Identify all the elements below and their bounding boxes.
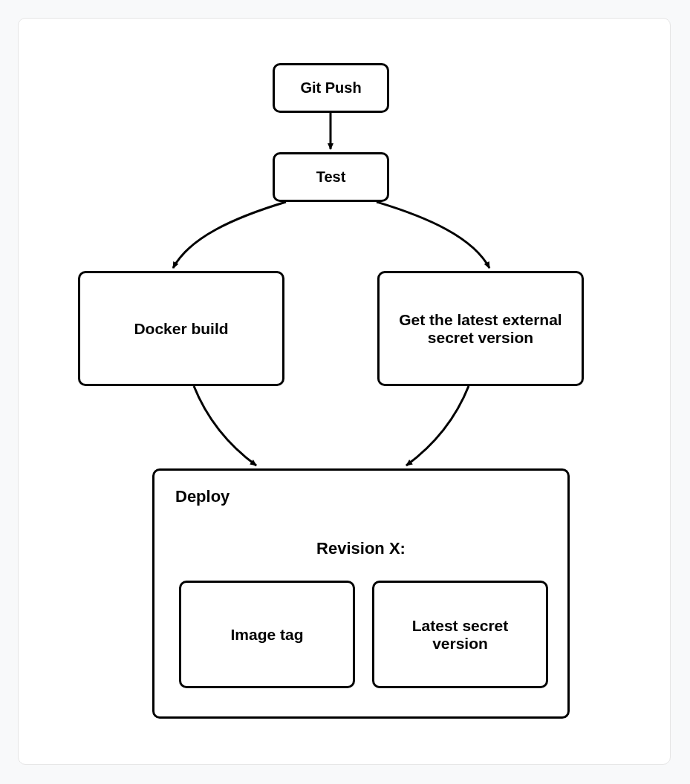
- node-test-label: Test: [316, 169, 346, 186]
- node-latest-secret-label: Latest secret version: [392, 617, 528, 653]
- node-docker-build: Docker build: [78, 271, 284, 386]
- node-deploy: Deploy Revision X: Image tag Latest secr…: [152, 468, 570, 719]
- arrow-dockerbuild-deploy: [194, 386, 256, 466]
- node-git-push-label: Git Push: [300, 79, 361, 97]
- node-image-tag: Image tag: [179, 581, 355, 688]
- node-get-secret-label: Get the latest external secret version: [393, 311, 568, 347]
- arrow-test-getsecret: [377, 202, 489, 268]
- diagram-frame: Git Push Test Docker build Get the lates…: [18, 18, 671, 765]
- node-deploy-label: Deploy: [175, 487, 230, 506]
- arrow-test-dockerbuild: [173, 202, 286, 268]
- node-git-push: Git Push: [273, 63, 389, 113]
- node-test: Test: [273, 152, 389, 202]
- node-image-tag-label: Image tag: [230, 626, 303, 644]
- arrow-getsecret-deploy: [406, 386, 469, 466]
- node-get-secret: Get the latest external secret version: [377, 271, 584, 386]
- node-docker-build-label: Docker build: [134, 320, 228, 338]
- revision-label: Revision X:: [154, 539, 567, 558]
- node-latest-secret: Latest secret version: [372, 581, 548, 688]
